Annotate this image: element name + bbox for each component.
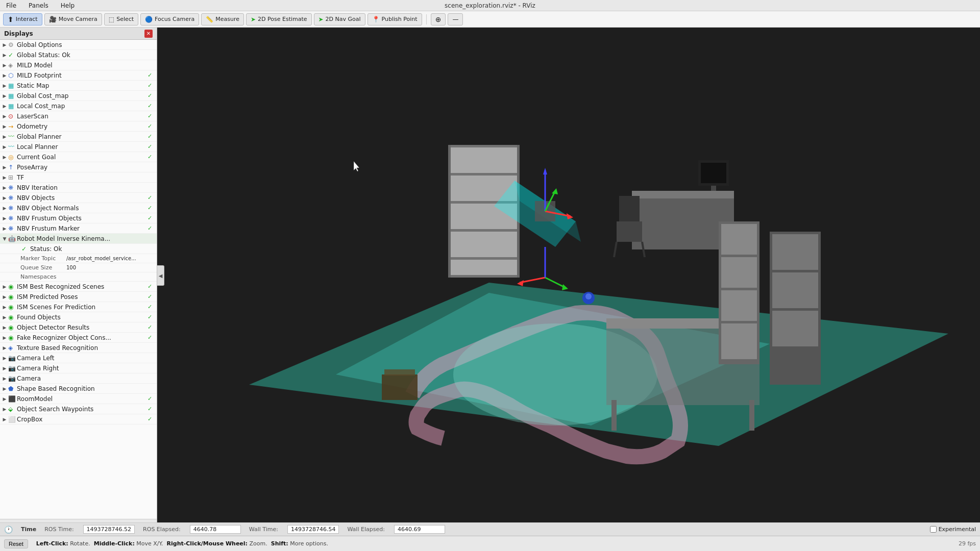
display-item-camera-left[interactable]: ▶ 📷 Camera Left xyxy=(0,353,157,363)
menu-file[interactable]: File xyxy=(4,1,18,10)
interact-button[interactable]: ⬆ Interact xyxy=(3,13,42,26)
display-item-camera-right[interactable]: ▶ 📷 Camera Right xyxy=(0,363,157,373)
display-item-nbv-object-normals[interactable]: ▶ ❋ NBV Object Normals ✓ xyxy=(0,203,157,213)
display-item-found-objects[interactable]: ▶ ◉ Found Objects ✓ xyxy=(0,312,157,322)
svg-rect-44 xyxy=(721,290,757,321)
display-item-mild-footprint[interactable]: ▶ ⬡ MILD Footprint ✓ xyxy=(0,70,157,81)
texture-icon: ◈ xyxy=(8,344,15,352)
menu-panels[interactable]: Panels xyxy=(27,1,51,10)
menu-help[interactable]: Help xyxy=(59,1,77,10)
expand-icon: ▶ xyxy=(2,104,7,109)
reset-button[interactable]: Reset xyxy=(4,539,28,548)
expand-icon: ▶ xyxy=(2,185,7,190)
display-item-nbv-frustum-marker[interactable]: ▶ ❋ NBV Frustum Marker ✓ xyxy=(0,223,157,234)
check-icon[interactable]: ✓ xyxy=(148,205,155,212)
laser-icon: ⊙ xyxy=(8,113,15,120)
check-icon[interactable]: ✓ xyxy=(148,113,155,120)
display-item-laserscan[interactable]: ▶ ⊙ LaserScan ✓ xyxy=(0,111,157,121)
expand-icon: ▶ xyxy=(2,216,7,221)
check-icon[interactable]: ✓ xyxy=(148,154,155,161)
expand-icon: ▶ xyxy=(2,134,7,139)
display-item-ism-predicted-poses[interactable]: ▶ ◉ ISM Predicted Poses ✓ xyxy=(0,292,157,302)
display-item-ism-best-recognized[interactable]: ▶ ◉ ISM Best Recognized Scenes ✓ xyxy=(0,282,157,292)
ros-time-value: 1493728746.52 xyxy=(83,525,135,534)
goal-icon: ◎ xyxy=(8,154,15,161)
check-icon[interactable]: ✓ xyxy=(148,406,155,413)
check-icon[interactable]: ✓ xyxy=(148,143,155,151)
publish-point-button[interactable]: 📍 Publish Point xyxy=(368,13,422,26)
display-item-global-planner[interactable]: ▶ 〰 Global Planner ✓ xyxy=(0,132,157,142)
check-icon[interactable]: ✓ xyxy=(148,395,155,403)
select-button[interactable]: ⬚ Select xyxy=(104,13,138,26)
crosshair-button[interactable]: ⊕ xyxy=(431,13,446,26)
collapse-panel-button[interactable]: ◀ xyxy=(157,265,164,286)
extra-button[interactable]: — xyxy=(448,13,463,26)
display-item-nbv-objects[interactable]: ▶ ❋ NBV Objects ✓ xyxy=(0,193,157,203)
check-icon[interactable]: ✓ xyxy=(148,133,155,140)
display-item-texture-recognition[interactable]: ▶ ◈ Texture Based Recognition xyxy=(0,343,157,353)
check-icon[interactable]: ✓ xyxy=(148,194,155,202)
measure-button[interactable]: 📏 Measure xyxy=(201,13,244,26)
display-item-room-model[interactable]: ▶ ⬛ RoomModel ✓ xyxy=(0,394,157,404)
check-icon[interactable]: ✓ xyxy=(148,215,155,222)
pose-estimate-button[interactable]: ➤ 2D Pose Estimate xyxy=(246,13,312,26)
display-item-global-costmap[interactable]: ▶ ▦ Global Cost_map ✓ xyxy=(0,91,157,101)
display-item-static-map[interactable]: ▶ ▦ Static Map ✓ xyxy=(0,81,157,91)
display-item-global-status[interactable]: ▶ ✓ Global Status: Ok xyxy=(0,50,157,60)
display-item-local-costmap[interactable]: ▶ ▦ Local Cost_map ✓ xyxy=(0,101,157,111)
display-item-current-goal[interactable]: ▶ ◎ Current Goal ✓ xyxy=(0,152,157,162)
displays-close-button[interactable]: ✕ xyxy=(144,30,153,38)
check-icon[interactable]: ✓ xyxy=(148,72,155,79)
check-icon[interactable]: ✓ xyxy=(148,225,155,232)
display-item-nbv-frustum-objects[interactable]: ▶ ❋ NBV Frustum Objects ✓ xyxy=(0,213,157,223)
svg-rect-49 xyxy=(772,311,818,346)
display-name: TF xyxy=(17,174,24,181)
camera-icon: 📷 xyxy=(8,375,15,382)
display-item-shape-recognition[interactable]: ▶ ⬟ Shape Based Recognition xyxy=(0,384,157,394)
expand-icon: ▶ xyxy=(2,226,7,231)
check-icon[interactable]: ✓ xyxy=(148,324,155,331)
check-icon[interactable]: ✓ xyxy=(148,314,155,321)
display-item-local-planner[interactable]: ▶ 〰 Local Planner ✓ xyxy=(0,142,157,152)
displays-header: Displays ✕ xyxy=(0,28,157,40)
wall-time-value: 1493728746.54 xyxy=(287,525,339,534)
check-icon[interactable]: ✓ xyxy=(148,416,155,423)
check-icon[interactable]: ✓ xyxy=(148,92,155,99)
time-label: Time xyxy=(21,526,36,533)
check-icon[interactable]: ✓ xyxy=(148,123,155,130)
display-item-posearray[interactable]: ▶ ↑ PoseArray xyxy=(0,162,157,172)
experimental-checkbox[interactable] xyxy=(930,526,937,533)
display-item-tf[interactable]: ▶ ⊞ TF xyxy=(0,172,157,183)
display-item-ism-scenes-for-prediction[interactable]: ▶ ◉ ISM Scenes For Prediction ✓ xyxy=(0,302,157,312)
display-item-mild-model[interactable]: ▶ ◈ MILD Model xyxy=(0,60,157,70)
display-item-cropbox[interactable]: ▶ ⬜ CropBox ✓ xyxy=(0,414,157,424)
display-name: Global Status: Ok xyxy=(17,52,70,59)
focus-camera-button[interactable]: 🔵 Focus Camera xyxy=(140,13,199,26)
check-icon[interactable]: ✓ xyxy=(148,82,155,89)
display-item-object-search-waypoints[interactable]: ▶ ⬙ Object Search Waypoints ✓ xyxy=(0,404,157,414)
check-icon[interactable]: ✓ xyxy=(148,334,155,341)
display-item-fake-recognizer[interactable]: ▶ ◉ Fake Recognizer Object Cons... ✓ xyxy=(0,333,157,343)
display-name: Fake Recognizer Object Cons... xyxy=(17,334,111,341)
displays-title: Displays xyxy=(4,30,33,37)
display-item-robot-model-ik[interactable]: ▼ 🤖 Robot Model Inverse Kinema... xyxy=(0,234,157,244)
display-item-odometry[interactable]: ▶ → Odometry ✓ xyxy=(0,121,157,132)
extra-icon: — xyxy=(452,16,458,23)
3d-viewport[interactable] xyxy=(157,28,980,536)
check-icon[interactable]: ✓ xyxy=(148,304,155,311)
display-item-nbv-iteration[interactable]: ▶ ❋ NBV Iteration xyxy=(0,183,157,193)
check-icon[interactable]: ✓ xyxy=(148,293,155,300)
nav-goal-button[interactable]: ➤ 2D Nav Goal xyxy=(314,13,365,26)
check-icon[interactable]: ✓ xyxy=(148,283,155,290)
display-item-camera[interactable]: ▶ 📷 Camera xyxy=(0,373,157,384)
move-camera-button[interactable]: 🎥 Move Camera xyxy=(44,13,102,26)
display-item-object-detector[interactable]: ▶ ◉ Object Detector Results ✓ xyxy=(0,322,157,333)
expand-icon: ▶ xyxy=(2,335,7,340)
svg-rect-48 xyxy=(772,272,818,308)
check-icon[interactable]: ✓ xyxy=(148,103,155,110)
display-item-robot-status[interactable]: ✓ Status: Ok xyxy=(0,244,157,254)
svg-rect-33 xyxy=(617,221,642,242)
display-item-global-options[interactable]: ▶ ⚙ Global Options xyxy=(0,40,157,50)
found-icon: ◉ xyxy=(8,314,15,321)
prop-key: Namespaces xyxy=(20,273,66,280)
